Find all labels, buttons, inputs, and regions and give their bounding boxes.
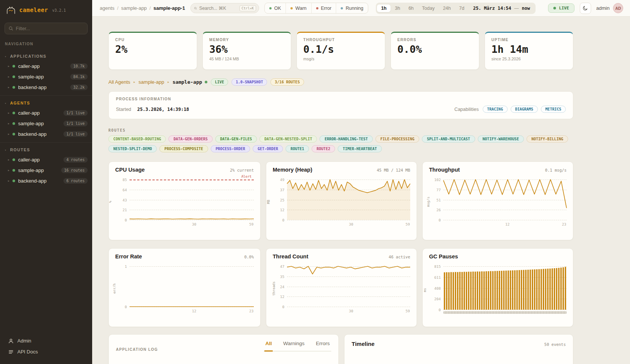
nav-item-label: backend-app bbox=[18, 178, 46, 184]
filter-input[interactable] bbox=[16, 26, 83, 31]
route-chip-file-processing[interactable]: FILE-PROCESSING bbox=[375, 135, 419, 143]
y-tick: 815 bbox=[434, 264, 441, 269]
gridline bbox=[130, 220, 254, 220]
date-range-display[interactable]: 25. März 14:54—now bbox=[468, 6, 534, 11]
route-chip-process-composite[interactable]: PROCESS-COMPOSITE bbox=[159, 145, 208, 152]
route-chip-data-gen-nested-split[interactable]: DATA-GEN-NESTED-SPLIT bbox=[259, 135, 317, 143]
route-chip-route1[interactable]: ROUTE1 bbox=[286, 145, 309, 152]
cameleer-logo-icon bbox=[6, 6, 16, 15]
sidebar-item-routes-backend-app[interactable]: ▸backend-app6 routes bbox=[0, 176, 92, 186]
global-search[interactable]: Ctrl+K bbox=[190, 3, 259, 13]
sidebar-item-routes-sample-app[interactable]: ▸sample-app16 routes bbox=[0, 166, 92, 175]
nav-item-badge: 10.7k bbox=[70, 63, 88, 69]
status-filter-warn[interactable]: Warn bbox=[286, 3, 311, 13]
chart-card-cpu-usage: CPU Usage2% current %856443210Alert3059 bbox=[108, 161, 261, 240]
y-tick: 25 bbox=[280, 198, 284, 202]
route-chip-error-handling-test[interactable]: ERROR-HANDLING-TEST bbox=[320, 135, 372, 143]
nav-item-label: caller-app bbox=[18, 110, 40, 116]
route-chip-notify-warehouse[interactable]: NOTIFY-WAREHOUSE bbox=[478, 135, 524, 143]
search-input[interactable] bbox=[199, 6, 237, 11]
y-tick: 102 bbox=[434, 178, 441, 182]
route-chip-data-gen-orders[interactable]: DATA-GEN-ORDERS bbox=[168, 135, 212, 143]
sidebar-item-routes-caller-app[interactable]: ▸caller-app4 routes bbox=[0, 155, 92, 164]
y-axis-label: % bbox=[114, 180, 119, 220]
route-chip-get-order[interactable]: GET-ORDER bbox=[253, 145, 283, 152]
plot-canvas bbox=[130, 266, 254, 307]
time-range-24h[interactable]: 24h bbox=[439, 5, 455, 12]
sidebar-filter[interactable] bbox=[5, 23, 88, 34]
time-range-6h[interactable]: 6h bbox=[404, 5, 418, 12]
metric-sub: msg/s bbox=[303, 57, 378, 61]
y-tick: 64 bbox=[123, 187, 127, 192]
nav-section-head-routes[interactable]: ▾ROUTES bbox=[0, 146, 92, 155]
route-chip-split-and-multicast[interactable]: SPLIT-AND-MULTICAST bbox=[422, 135, 475, 143]
route-chip-nested-split-demo[interactable]: NESTED-SPLIT-DEMO bbox=[108, 145, 157, 152]
agent-link-all[interactable]: All Agents bbox=[108, 79, 130, 85]
y-tick: 26 bbox=[437, 208, 441, 212]
sidebar-item-admin[interactable]: Admin bbox=[5, 335, 88, 346]
x-axis-ticks: 3059 bbox=[287, 308, 410, 314]
sidebar-item-api-docs[interactable]: API Docs bbox=[5, 346, 88, 357]
time-range-3h[interactable]: 3h bbox=[391, 5, 404, 12]
metric-card-throughput: THROUGHPUT 0.1/s msg/s bbox=[296, 32, 385, 70]
chart-plot-area: MB4937251203059 bbox=[271, 180, 410, 227]
breadcrumb-agents[interactable]: agents bbox=[100, 5, 114, 11]
time-range-1h[interactable]: 1h bbox=[377, 5, 391, 12]
sidebar-item-applications-sample-app[interactable]: ▸sample-app84.1k bbox=[0, 72, 92, 81]
sidebar-item-agents-backend-app[interactable]: ▸backend-app1/1 live bbox=[0, 129, 92, 139]
badge-routes-count: 3/16 ROUTES bbox=[270, 78, 304, 86]
agent-status-dot-icon bbox=[205, 81, 207, 83]
route-chips: CONTENT-BASED-ROUTINGDATA-GEN-ORDERSDATA… bbox=[108, 135, 573, 152]
route-chip-timer-heartbeat[interactable]: TIMER-HEARTBEAT bbox=[338, 145, 381, 152]
route-chip-process-order[interactable]: PROCESS-ORDER bbox=[211, 145, 250, 152]
y-tick: 0 bbox=[282, 218, 284, 222]
tab-errors[interactable]: Errors bbox=[315, 341, 330, 351]
plot-canvas bbox=[287, 266, 410, 307]
status-filter-ok[interactable]: OK bbox=[265, 3, 286, 13]
theme-toggle-button[interactable] bbox=[580, 3, 591, 14]
agent-link-app[interactable]: sample-app bbox=[139, 79, 164, 85]
chart-card-gc-pauses: GC Pauses ms8156114082040 bbox=[422, 248, 573, 327]
time-range-7d[interactable]: 7d bbox=[455, 5, 469, 12]
sidebar-item-agents-caller-app[interactable]: ▸caller-app1/1 live bbox=[0, 108, 92, 118]
nav-item-label: sample-app bbox=[18, 74, 44, 80]
chart-plot-area: threads4735241203059 bbox=[271, 266, 410, 314]
tab-warnings[interactable]: Warnings bbox=[283, 341, 306, 351]
sidebar-item-applications-caller-app[interactable]: ▸caller-app10.7k bbox=[0, 61, 92, 71]
admin-user-icon bbox=[8, 338, 14, 344]
time-range-today[interactable]: Today bbox=[418, 5, 439, 12]
route-chip-data-gen-files[interactable]: DATA-GEN-FILES bbox=[215, 135, 257, 143]
route-chip-content-based-routing[interactable]: CONTENT-BASED-ROUTING bbox=[108, 135, 166, 143]
user-menu[interactable]: admin AD bbox=[596, 3, 623, 13]
tab-all[interactable]: All bbox=[264, 341, 272, 352]
sidebar-item-agents-sample-app[interactable]: ▸sample-app1/1 live bbox=[0, 119, 92, 128]
gridline bbox=[287, 220, 410, 220]
chart-card-thread-count: Thread Count46 active threads47352412030… bbox=[266, 248, 417, 327]
nav-section-head-agents[interactable]: ▾AGENTS bbox=[0, 99, 92, 108]
metric-label: CPU bbox=[115, 38, 190, 42]
y-axis-ticks: 10 bbox=[119, 266, 130, 307]
started-value: 25.3.2026, 14:39:18 bbox=[137, 107, 189, 112]
live-toggle[interactable]: LIVE bbox=[548, 3, 574, 13]
sidebar-footer: Admin API Docs bbox=[0, 332, 92, 364]
status-dot-icon bbox=[12, 65, 15, 68]
app-logo[interactable]: cameleer v3.2.1 bbox=[0, 0, 92, 20]
capability-pill-metrics: METRICS bbox=[541, 106, 566, 113]
nav-section-head-applications[interactable]: ▾APPLICATIONS bbox=[0, 52, 92, 61]
y-axis-label: ms bbox=[428, 266, 433, 310]
status-dot-icon bbox=[341, 7, 343, 9]
breadcrumb-sample-app[interactable]: sample-app bbox=[121, 5, 147, 11]
metric-value: 2% bbox=[115, 44, 190, 55]
route-chip-route2[interactable]: ROUTE2 bbox=[312, 145, 335, 152]
chart-current-value: 46 active bbox=[389, 255, 410, 259]
x-tick: 23 bbox=[249, 309, 253, 313]
sidebar-item-applications-backend-app[interactable]: ▸backend-app32.2k bbox=[0, 83, 92, 92]
route-chip-notify-billing[interactable]: NOTIFY-BILLING bbox=[527, 135, 568, 143]
status-filter-running[interactable]: Running bbox=[336, 3, 368, 13]
status-dot-icon bbox=[12, 86, 15, 89]
status-filter-error[interactable]: Error bbox=[311, 3, 336, 13]
chart-plot-area: msg/s10277512601223 bbox=[428, 180, 567, 227]
x-tick: 12 bbox=[192, 309, 196, 313]
chart-title: GC Pauses bbox=[429, 253, 458, 260]
y-tick: 0 bbox=[125, 305, 127, 309]
